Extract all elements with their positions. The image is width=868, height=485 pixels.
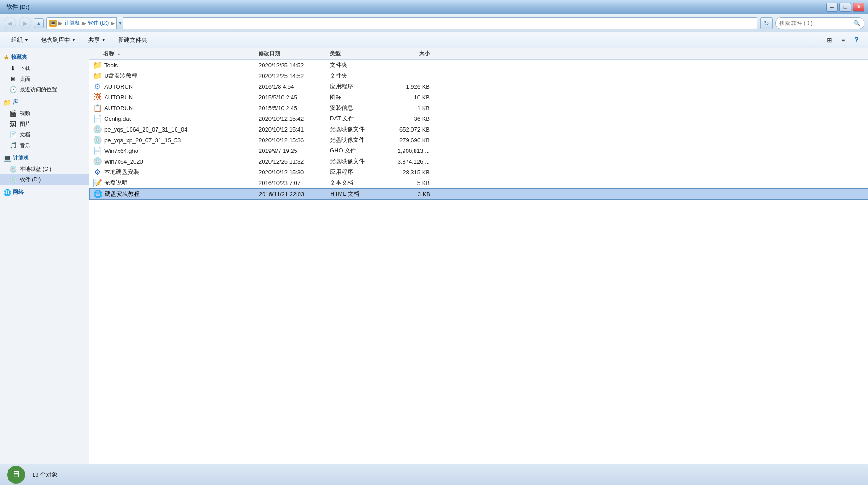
recent-icon: 🕐 (9, 86, 17, 94)
file-name: pe_yqs_1064_20_07_31_16_04 (104, 126, 188, 133)
file-name-cell: 💿 pe_yqs_xp_20_07_31_15_53 (89, 136, 259, 144)
share-dropdown-icon: ▼ (102, 38, 106, 42)
file-date: 2016/1/8 4:54 (259, 83, 330, 90)
minimize-button[interactable]: ─ (826, 3, 838, 12)
network-label: 网络 (13, 189, 24, 196)
sidebar-library-header[interactable]: 📁 库 (0, 97, 89, 108)
file-name: Tools (104, 62, 118, 69)
table-row[interactable]: 💿 pe_yqs_xp_20_07_31_15_53 2020/10/12 15… (89, 135, 868, 145)
column-date[interactable]: 修改日期 (259, 50, 330, 58)
column-name[interactable]: 名称 ▲ (89, 50, 259, 58)
file-size: 652,072 KB (383, 126, 437, 133)
drive-d-icon: 💿 (9, 176, 17, 184)
file-size: 2,900,813 ... (383, 148, 437, 154)
file-type: 文本文档 (330, 179, 383, 187)
help-button[interactable]: ? (850, 34, 863, 46)
table-row[interactable]: 📁 U盘安装教程 2020/12/25 14:52 文件夹 (89, 70, 868, 81)
close-button[interactable]: ✕ (853, 3, 864, 12)
video-label: 视频 (20, 110, 30, 117)
file-size: 5 KB (383, 180, 437, 186)
file-type-icon: 📁 (93, 61, 102, 70)
file-size: 1,926 KB (383, 83, 437, 90)
sidebar-item-music[interactable]: 🎵 音乐 (0, 140, 89, 151)
sidebar-item-desktop[interactable]: 🖥 桌面 (0, 74, 89, 84)
table-row[interactable]: 🖼 AUTORUN 2015/5/10 2:45 图标 10 KB (89, 92, 868, 103)
view-toggle-button[interactable]: ≡ (837, 34, 849, 46)
sidebar-item-video[interactable]: 🎬 视频 (0, 108, 89, 119)
file-size: 279,696 KB (383, 137, 437, 144)
titlebar-title: 软件 (D:) (4, 3, 29, 11)
sidebar: ★ 收藏夹 ⬇ 下载 🖥 桌面 🕐 最近访问的位置 📁 库 � (0, 48, 89, 464)
file-name-cell: ⚙ AUTORUN (89, 82, 259, 91)
sidebar-item-pictures[interactable]: 🖼 图片 (0, 119, 89, 129)
sidebar-item-drive-c[interactable]: 💿 本地磁盘 (C:) (0, 164, 89, 174)
table-row[interactable]: 📝 光盘说明 2016/10/23 7:07 文本文档 5 KB (89, 177, 868, 188)
file-type-icon: 💿 (93, 136, 102, 144)
organize-dropdown-icon: ▼ (25, 38, 29, 42)
file-name: pe_yqs_xp_20_07_31_15_53 (104, 137, 181, 144)
drive-c-icon: 💿 (9, 165, 17, 173)
new-folder-button[interactable]: 新建文件夹 (112, 34, 153, 46)
music-icon: 🎵 (9, 141, 17, 149)
table-row[interactable]: 📁 Tools 2020/12/25 14:52 文件夹 (89, 60, 868, 70)
forward-button[interactable]: ▶ (19, 17, 31, 29)
status-text: 13 个对象 (32, 471, 58, 479)
sidebar-computer-header[interactable]: 💻 计算机 (0, 152, 89, 164)
documents-label: 文档 (20, 131, 30, 139)
table-row[interactable]: 📄 Config.dat 2020/10/12 15:42 DAT 文件 36 … (89, 113, 868, 124)
documents-icon: 📄 (9, 131, 17, 139)
table-row[interactable]: ⚙ 本地硬盘安装 2020/10/12 15:30 应用程序 28,315 KB (89, 167, 868, 177)
breadcrumb-computer[interactable]: 计算机 (64, 19, 80, 27)
file-date: 2020/10/12 15:30 (259, 169, 330, 176)
archive-dropdown-icon: ▼ (72, 38, 76, 42)
search-icon[interactable]: 🔍 (853, 20, 860, 26)
column-type[interactable]: 类型 (330, 50, 383, 58)
library-label: 库 (13, 99, 18, 106)
search-input[interactable] (779, 20, 852, 26)
breadcrumb-drive[interactable]: 软件 (D:) (88, 19, 109, 27)
file-type-icon: 🖼 (93, 93, 102, 102)
sidebar-item-downloads[interactable]: ⬇ 下载 (0, 63, 89, 74)
favorites-label: 收藏夹 (11, 53, 27, 61)
file-type: 安装信息 (330, 104, 383, 112)
file-name-cell: 🌐 硬盘安装教程 (90, 189, 259, 198)
maximize-button[interactable]: □ (839, 3, 851, 12)
file-type: DAT 文件 (330, 115, 383, 123)
file-type: 光盘映像文件 (330, 136, 383, 144)
sidebar-item-recent[interactable]: 🕐 最近访问的位置 (0, 84, 89, 95)
sidebar-section-computer: 💻 计算机 💿 本地磁盘 (C:) 💿 软件 (D:) (0, 152, 89, 185)
sidebar-item-drive-d[interactable]: 💿 软件 (D:) (0, 174, 89, 185)
address-dropdown-button[interactable]: ▼ (116, 17, 123, 29)
file-type-icon: 📝 (93, 178, 102, 187)
table-row[interactable]: 💿 pe_yqs_1064_20_07_31_16_04 2020/10/12 … (89, 124, 868, 135)
back-button[interactable]: ◀ (4, 17, 16, 29)
table-row[interactable]: ⚙ AUTORUN 2016/1/8 4:54 应用程序 1,926 KB (89, 81, 868, 92)
file-name-cell: 📋 AUTORUN (89, 103, 259, 112)
file-name-cell: 📄 Win7x64.gho (89, 146, 259, 155)
table-row[interactable]: 🌐 硬盘安装教程 2016/11/21 22:03 HTML 文档 3 KB (89, 188, 868, 200)
table-row[interactable]: 📋 AUTORUN 2015/5/10 2:45 安装信息 1 KB (89, 103, 868, 113)
refresh-button[interactable]: ↻ (760, 17, 773, 29)
sidebar-item-documents[interactable]: 📄 文档 (0, 129, 89, 140)
share-button[interactable]: 共享 ▼ (82, 34, 111, 46)
file-date: 2016/10/23 7:07 (259, 180, 330, 186)
sidebar-section-network: 🌐 网络 (0, 187, 89, 198)
table-row[interactable]: 📄 Win7x64.gho 2019/9/7 19:25 GHO 文件 2,90… (89, 145, 868, 156)
file-date: 2020/10/12 15:36 (259, 137, 330, 144)
file-date: 2015/5/10 2:45 (259, 105, 330, 111)
file-name: AUTORUN (104, 83, 133, 90)
address-bar: 💻 ▶ 计算机 ▶ 软件 (D:) ▶ ▼ (46, 17, 757, 29)
file-size: 10 KB (383, 94, 437, 101)
file-name-cell: 📝 光盘说明 (89, 178, 259, 187)
file-name-cell: 💿 Win7x64_2020 (89, 157, 259, 166)
archive-button[interactable]: 包含到库中 ▼ (35, 34, 82, 46)
file-type: 文件夹 (330, 72, 383, 80)
up-button[interactable]: ▲ (34, 18, 44, 28)
sidebar-favorites-header[interactable]: ★ 收藏夹 (0, 52, 89, 63)
table-row[interactable]: 💿 Win7x64_2020 2020/12/25 11:32 光盘映像文件 3… (89, 156, 868, 167)
organize-button[interactable]: 组织 ▼ (5, 34, 34, 46)
sidebar-network-header[interactable]: 🌐 网络 (0, 187, 89, 198)
view-options-button[interactable]: ⊞ (823, 34, 836, 46)
column-size[interactable]: 大小 (383, 50, 437, 58)
desktop-icon: 🖥 (9, 75, 17, 83)
